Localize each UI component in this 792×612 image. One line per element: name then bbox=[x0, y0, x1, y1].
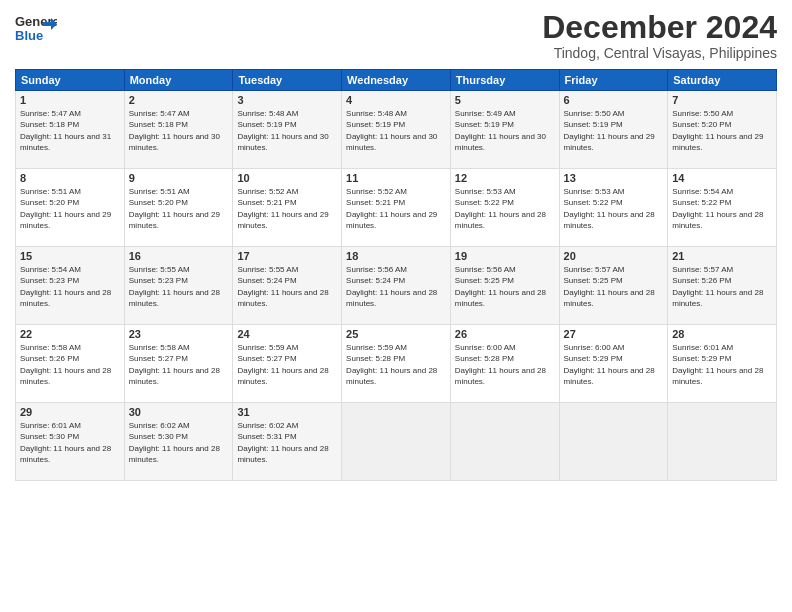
day-number: 20 bbox=[564, 250, 664, 262]
day-number: 12 bbox=[455, 172, 555, 184]
calendar-week-row: 1 Sunrise: 5:47 AM Sunset: 5:18 PM Dayli… bbox=[16, 91, 777, 169]
calendar-day-cell: 29 Sunrise: 6:01 AM Sunset: 5:30 PM Dayl… bbox=[16, 403, 125, 481]
day-info: Sunrise: 6:00 AM Sunset: 5:28 PM Dayligh… bbox=[455, 342, 555, 387]
calendar-day-cell: 4 Sunrise: 5:48 AM Sunset: 5:19 PM Dayli… bbox=[342, 91, 451, 169]
calendar-header-cell: Tuesday bbox=[233, 70, 342, 91]
day-number: 25 bbox=[346, 328, 446, 340]
calendar-day-cell: 7 Sunrise: 5:50 AM Sunset: 5:20 PM Dayli… bbox=[668, 91, 777, 169]
day-number: 21 bbox=[672, 250, 772, 262]
calendar-day-cell: 10 Sunrise: 5:52 AM Sunset: 5:21 PM Dayl… bbox=[233, 169, 342, 247]
calendar-day-cell: 25 Sunrise: 5:59 AM Sunset: 5:28 PM Dayl… bbox=[342, 325, 451, 403]
calendar-day-cell bbox=[342, 403, 451, 481]
calendar-day-cell: 27 Sunrise: 6:00 AM Sunset: 5:29 PM Dayl… bbox=[559, 325, 668, 403]
calendar-header-cell: Wednesday bbox=[342, 70, 451, 91]
day-info: Sunrise: 5:50 AM Sunset: 5:20 PM Dayligh… bbox=[672, 108, 772, 153]
day-info: Sunrise: 5:58 AM Sunset: 5:27 PM Dayligh… bbox=[129, 342, 229, 387]
calendar-day-cell: 30 Sunrise: 6:02 AM Sunset: 5:30 PM Dayl… bbox=[124, 403, 233, 481]
calendar-day-cell bbox=[668, 403, 777, 481]
day-number: 30 bbox=[129, 406, 229, 418]
svg-text:General: General bbox=[15, 14, 57, 29]
day-info: Sunrise: 5:57 AM Sunset: 5:25 PM Dayligh… bbox=[564, 264, 664, 309]
location-title: Tindog, Central Visayas, Philippines bbox=[542, 45, 777, 61]
calendar-header-cell: Thursday bbox=[450, 70, 559, 91]
day-info: Sunrise: 6:01 AM Sunset: 5:29 PM Dayligh… bbox=[672, 342, 772, 387]
calendar-week-row: 15 Sunrise: 5:54 AM Sunset: 5:23 PM Dayl… bbox=[16, 247, 777, 325]
day-info: Sunrise: 5:48 AM Sunset: 5:19 PM Dayligh… bbox=[346, 108, 446, 153]
day-info: Sunrise: 5:54 AM Sunset: 5:23 PM Dayligh… bbox=[20, 264, 120, 309]
calendar-day-cell: 24 Sunrise: 5:59 AM Sunset: 5:27 PM Dayl… bbox=[233, 325, 342, 403]
calendar-day-cell: 5 Sunrise: 5:49 AM Sunset: 5:19 PM Dayli… bbox=[450, 91, 559, 169]
calendar-day-cell: 18 Sunrise: 5:56 AM Sunset: 5:24 PM Dayl… bbox=[342, 247, 451, 325]
calendar-header-cell: Monday bbox=[124, 70, 233, 91]
day-info: Sunrise: 6:02 AM Sunset: 5:30 PM Dayligh… bbox=[129, 420, 229, 465]
day-info: Sunrise: 5:48 AM Sunset: 5:19 PM Dayligh… bbox=[237, 108, 337, 153]
day-info: Sunrise: 5:49 AM Sunset: 5:19 PM Dayligh… bbox=[455, 108, 555, 153]
calendar-week-row: 8 Sunrise: 5:51 AM Sunset: 5:20 PM Dayli… bbox=[16, 169, 777, 247]
calendar-day-cell: 16 Sunrise: 5:55 AM Sunset: 5:23 PM Dayl… bbox=[124, 247, 233, 325]
day-info: Sunrise: 5:56 AM Sunset: 5:25 PM Dayligh… bbox=[455, 264, 555, 309]
calendar-day-cell: 11 Sunrise: 5:52 AM Sunset: 5:21 PM Dayl… bbox=[342, 169, 451, 247]
title-block: December 2024 Tindog, Central Visayas, P… bbox=[542, 10, 777, 61]
day-number: 11 bbox=[346, 172, 446, 184]
calendar-day-cell: 13 Sunrise: 5:53 AM Sunset: 5:22 PM Dayl… bbox=[559, 169, 668, 247]
day-number: 24 bbox=[237, 328, 337, 340]
day-number: 27 bbox=[564, 328, 664, 340]
calendar-day-cell: 21 Sunrise: 5:57 AM Sunset: 5:26 PM Dayl… bbox=[668, 247, 777, 325]
calendar-week-row: 29 Sunrise: 6:01 AM Sunset: 5:30 PM Dayl… bbox=[16, 403, 777, 481]
page: General Blue December 2024 Tindog, Centr… bbox=[0, 0, 792, 612]
day-number: 3 bbox=[237, 94, 337, 106]
day-info: Sunrise: 5:55 AM Sunset: 5:24 PM Dayligh… bbox=[237, 264, 337, 309]
day-number: 10 bbox=[237, 172, 337, 184]
calendar-day-cell: 28 Sunrise: 6:01 AM Sunset: 5:29 PM Dayl… bbox=[668, 325, 777, 403]
calendar-day-cell: 6 Sunrise: 5:50 AM Sunset: 5:19 PM Dayli… bbox=[559, 91, 668, 169]
day-number: 1 bbox=[20, 94, 120, 106]
header: General Blue December 2024 Tindog, Centr… bbox=[15, 10, 777, 61]
day-number: 13 bbox=[564, 172, 664, 184]
day-number: 5 bbox=[455, 94, 555, 106]
calendar-table: SundayMondayTuesdayWednesdayThursdayFrid… bbox=[15, 69, 777, 481]
calendar-body: 1 Sunrise: 5:47 AM Sunset: 5:18 PM Dayli… bbox=[16, 91, 777, 481]
day-info: Sunrise: 5:57 AM Sunset: 5:26 PM Dayligh… bbox=[672, 264, 772, 309]
day-number: 23 bbox=[129, 328, 229, 340]
day-info: Sunrise: 5:53 AM Sunset: 5:22 PM Dayligh… bbox=[564, 186, 664, 231]
calendar-header-cell: Friday bbox=[559, 70, 668, 91]
calendar-day-cell: 9 Sunrise: 5:51 AM Sunset: 5:20 PM Dayli… bbox=[124, 169, 233, 247]
day-info: Sunrise: 5:59 AM Sunset: 5:28 PM Dayligh… bbox=[346, 342, 446, 387]
calendar-day-cell: 3 Sunrise: 5:48 AM Sunset: 5:19 PM Dayli… bbox=[233, 91, 342, 169]
calendar-day-cell: 26 Sunrise: 6:00 AM Sunset: 5:28 PM Dayl… bbox=[450, 325, 559, 403]
logo: General Blue bbox=[15, 10, 57, 48]
calendar-day-cell: 31 Sunrise: 6:02 AM Sunset: 5:31 PM Dayl… bbox=[233, 403, 342, 481]
day-info: Sunrise: 5:55 AM Sunset: 5:23 PM Dayligh… bbox=[129, 264, 229, 309]
day-info: Sunrise: 5:53 AM Sunset: 5:22 PM Dayligh… bbox=[455, 186, 555, 231]
logo-icon: General Blue bbox=[15, 10, 57, 48]
day-info: Sunrise: 5:50 AM Sunset: 5:19 PM Dayligh… bbox=[564, 108, 664, 153]
calendar-day-cell: 15 Sunrise: 5:54 AM Sunset: 5:23 PM Dayl… bbox=[16, 247, 125, 325]
month-title: December 2024 bbox=[542, 10, 777, 45]
day-number: 17 bbox=[237, 250, 337, 262]
day-number: 2 bbox=[129, 94, 229, 106]
calendar-day-cell: 19 Sunrise: 5:56 AM Sunset: 5:25 PM Dayl… bbox=[450, 247, 559, 325]
day-info: Sunrise: 5:47 AM Sunset: 5:18 PM Dayligh… bbox=[20, 108, 120, 153]
day-number: 7 bbox=[672, 94, 772, 106]
calendar-header-row: SundayMondayTuesdayWednesdayThursdayFrid… bbox=[16, 70, 777, 91]
svg-rect-3 bbox=[43, 22, 51, 26]
calendar-header-cell: Saturday bbox=[668, 70, 777, 91]
calendar-day-cell: 22 Sunrise: 5:58 AM Sunset: 5:26 PM Dayl… bbox=[16, 325, 125, 403]
day-info: Sunrise: 5:47 AM Sunset: 5:18 PM Dayligh… bbox=[129, 108, 229, 153]
day-info: Sunrise: 5:56 AM Sunset: 5:24 PM Dayligh… bbox=[346, 264, 446, 309]
day-number: 15 bbox=[20, 250, 120, 262]
calendar-day-cell: 8 Sunrise: 5:51 AM Sunset: 5:20 PM Dayli… bbox=[16, 169, 125, 247]
calendar-day-cell: 1 Sunrise: 5:47 AM Sunset: 5:18 PM Dayli… bbox=[16, 91, 125, 169]
day-info: Sunrise: 5:52 AM Sunset: 5:21 PM Dayligh… bbox=[346, 186, 446, 231]
calendar-week-row: 22 Sunrise: 5:58 AM Sunset: 5:26 PM Dayl… bbox=[16, 325, 777, 403]
calendar-day-cell: 20 Sunrise: 5:57 AM Sunset: 5:25 PM Dayl… bbox=[559, 247, 668, 325]
day-info: Sunrise: 5:51 AM Sunset: 5:20 PM Dayligh… bbox=[20, 186, 120, 231]
day-info: Sunrise: 6:00 AM Sunset: 5:29 PM Dayligh… bbox=[564, 342, 664, 387]
day-number: 6 bbox=[564, 94, 664, 106]
day-number: 22 bbox=[20, 328, 120, 340]
day-info: Sunrise: 5:58 AM Sunset: 5:26 PM Dayligh… bbox=[20, 342, 120, 387]
day-info: Sunrise: 5:59 AM Sunset: 5:27 PM Dayligh… bbox=[237, 342, 337, 387]
svg-text:Blue: Blue bbox=[15, 28, 43, 43]
day-number: 8 bbox=[20, 172, 120, 184]
day-info: Sunrise: 6:01 AM Sunset: 5:30 PM Dayligh… bbox=[20, 420, 120, 465]
